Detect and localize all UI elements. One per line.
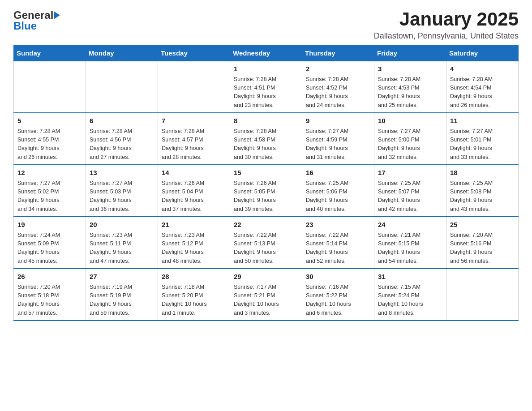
day-info: Sunrise: 7:16 AMSunset: 5:22 PMDaylight:…	[306, 283, 370, 318]
calendar-body: 1Sunrise: 7:28 AMSunset: 4:51 PMDaylight…	[14, 61, 519, 321]
logo-triangle-icon	[54, 11, 60, 19]
day-number: 19	[17, 220, 82, 230]
calendar: SundayMondayTuesdayWednesdayThursdayFrid…	[13, 45, 519, 321]
day-info: Sunrise: 7:26 AMSunset: 5:05 PMDaylight:…	[234, 179, 298, 214]
calendar-cell: 28Sunrise: 7:18 AMSunset: 5:20 PMDayligh…	[158, 269, 230, 321]
day-info: Sunrise: 7:28 AMSunset: 4:58 PMDaylight:…	[234, 127, 298, 162]
day-number: 18	[450, 168, 515, 178]
day-info: Sunrise: 7:24 AMSunset: 5:09 PMDaylight:…	[17, 231, 82, 266]
calendar-cell: 11Sunrise: 7:27 AMSunset: 5:01 PMDayligh…	[446, 113, 519, 165]
day-number: 28	[162, 272, 226, 282]
weekday-header-sunday: Sunday	[14, 46, 86, 61]
calendar-cell: 6Sunrise: 7:28 AMSunset: 4:56 PMDaylight…	[86, 113, 158, 165]
day-number: 13	[90, 168, 154, 178]
day-number: 22	[234, 220, 298, 230]
weekday-header-wednesday: Wednesday	[230, 46, 302, 61]
day-number: 16	[306, 168, 370, 178]
day-info: Sunrise: 7:28 AMSunset: 4:51 PMDaylight:…	[234, 75, 298, 110]
day-info: Sunrise: 7:28 AMSunset: 4:53 PMDaylight:…	[378, 75, 442, 110]
day-number: 10	[378, 116, 442, 126]
day-number: 29	[234, 272, 298, 282]
calendar-cell: 29Sunrise: 7:17 AMSunset: 5:21 PMDayligh…	[230, 269, 302, 321]
day-info: Sunrise: 7:18 AMSunset: 5:20 PMDaylight:…	[162, 283, 226, 318]
page-subtitle: Dallastown, Pennsylvania, United States	[374, 31, 519, 41]
calendar-week-2: 5Sunrise: 7:28 AMSunset: 4:55 PMDaylight…	[14, 113, 519, 165]
day-info: Sunrise: 7:25 AMSunset: 5:07 PMDaylight:…	[378, 179, 442, 214]
day-info: Sunrise: 7:22 AMSunset: 5:13 PMDaylight:…	[234, 231, 298, 266]
logo: General Blue	[13, 9, 60, 32]
calendar-cell: 3Sunrise: 7:28 AMSunset: 4:53 PMDaylight…	[374, 61, 446, 113]
calendar-cell: 1Sunrise: 7:28 AMSunset: 4:51 PMDaylight…	[230, 61, 302, 113]
calendar-cell: 25Sunrise: 7:20 AMSunset: 5:16 PMDayligh…	[446, 217, 519, 269]
calendar-cell	[446, 269, 519, 321]
calendar-cell: 27Sunrise: 7:19 AMSunset: 5:19 PMDayligh…	[86, 269, 158, 321]
title-area: January 2025 Dallastown, Pennsylvania, U…	[374, 9, 519, 41]
calendar-cell: 7Sunrise: 7:28 AMSunset: 4:57 PMDaylight…	[158, 113, 230, 165]
day-info: Sunrise: 7:17 AMSunset: 5:21 PMDaylight:…	[234, 283, 298, 318]
day-info: Sunrise: 7:25 AMSunset: 5:06 PMDaylight:…	[306, 179, 370, 214]
day-number: 26	[17, 272, 82, 282]
calendar-cell: 16Sunrise: 7:25 AMSunset: 5:06 PMDayligh…	[302, 165, 374, 217]
calendar-cell: 15Sunrise: 7:26 AMSunset: 5:05 PMDayligh…	[230, 165, 302, 217]
calendar-cell: 8Sunrise: 7:28 AMSunset: 4:58 PMDaylight…	[230, 113, 302, 165]
calendar-cell: 9Sunrise: 7:27 AMSunset: 4:59 PMDaylight…	[302, 113, 374, 165]
day-number: 20	[90, 220, 154, 230]
day-number: 5	[17, 116, 82, 126]
calendar-cell	[86, 61, 158, 113]
day-info: Sunrise: 7:28 AMSunset: 4:57 PMDaylight:…	[162, 127, 226, 162]
day-info: Sunrise: 7:27 AMSunset: 5:03 PMDaylight:…	[90, 179, 154, 214]
calendar-cell: 19Sunrise: 7:24 AMSunset: 5:09 PMDayligh…	[14, 217, 86, 269]
calendar-cell: 23Sunrise: 7:22 AMSunset: 5:14 PMDayligh…	[302, 217, 374, 269]
day-info: Sunrise: 7:28 AMSunset: 4:55 PMDaylight:…	[17, 127, 82, 162]
day-info: Sunrise: 7:23 AMSunset: 5:11 PMDaylight:…	[90, 231, 154, 266]
day-info: Sunrise: 7:27 AMSunset: 5:01 PMDaylight:…	[450, 127, 515, 162]
day-number: 8	[234, 116, 298, 126]
day-number: 24	[378, 220, 442, 230]
day-number: 12	[17, 168, 82, 178]
day-info: Sunrise: 7:25 AMSunset: 5:08 PMDaylight:…	[450, 179, 515, 214]
day-info: Sunrise: 7:20 AMSunset: 5:16 PMDaylight:…	[450, 231, 515, 266]
day-number: 21	[162, 220, 226, 230]
page-title: January 2025	[374, 9, 519, 30]
calendar-cell: 30Sunrise: 7:16 AMSunset: 5:22 PMDayligh…	[302, 269, 374, 321]
calendar-week-3: 12Sunrise: 7:27 AMSunset: 5:02 PMDayligh…	[14, 165, 519, 217]
logo-blue-text: Blue	[13, 20, 37, 32]
weekday-header-friday: Friday	[374, 46, 446, 61]
day-number: 9	[306, 116, 370, 126]
day-info: Sunrise: 7:15 AMSunset: 5:24 PMDaylight:…	[378, 283, 442, 318]
day-info: Sunrise: 7:28 AMSunset: 4:56 PMDaylight:…	[90, 127, 154, 162]
calendar-cell: 14Sunrise: 7:26 AMSunset: 5:04 PMDayligh…	[158, 165, 230, 217]
calendar-cell: 21Sunrise: 7:23 AMSunset: 5:12 PMDayligh…	[158, 217, 230, 269]
calendar-cell: 31Sunrise: 7:15 AMSunset: 5:24 PMDayligh…	[374, 269, 446, 321]
day-info: Sunrise: 7:23 AMSunset: 5:12 PMDaylight:…	[162, 231, 226, 266]
calendar-week-4: 19Sunrise: 7:24 AMSunset: 5:09 PMDayligh…	[14, 217, 519, 269]
day-number: 27	[90, 272, 154, 282]
calendar-cell: 13Sunrise: 7:27 AMSunset: 5:03 PMDayligh…	[86, 165, 158, 217]
day-number: 25	[450, 220, 515, 230]
day-info: Sunrise: 7:27 AMSunset: 5:00 PMDaylight:…	[378, 127, 442, 162]
calendar-cell: 17Sunrise: 7:25 AMSunset: 5:07 PMDayligh…	[374, 165, 446, 217]
day-info: Sunrise: 7:28 AMSunset: 4:54 PMDaylight:…	[450, 75, 515, 110]
calendar-cell	[14, 61, 86, 113]
day-number: 31	[378, 272, 442, 282]
day-number: 6	[90, 116, 154, 126]
calendar-cell: 10Sunrise: 7:27 AMSunset: 5:00 PMDayligh…	[374, 113, 446, 165]
calendar-cell: 2Sunrise: 7:28 AMSunset: 4:52 PMDaylight…	[302, 61, 374, 113]
calendar-cell: 24Sunrise: 7:21 AMSunset: 5:15 PMDayligh…	[374, 217, 446, 269]
day-number: 14	[162, 168, 226, 178]
day-number: 2	[306, 64, 370, 74]
day-number: 30	[306, 272, 370, 282]
weekday-header-monday: Monday	[86, 46, 158, 61]
day-number: 11	[450, 116, 515, 126]
calendar-cell: 22Sunrise: 7:22 AMSunset: 5:13 PMDayligh…	[230, 217, 302, 269]
weekday-header-row: SundayMondayTuesdayWednesdayThursdayFrid…	[14, 46, 519, 61]
calendar-cell: 18Sunrise: 7:25 AMSunset: 5:08 PMDayligh…	[446, 165, 519, 217]
day-info: Sunrise: 7:26 AMSunset: 5:04 PMDaylight:…	[162, 179, 226, 214]
header: General Blue January 2025 Dallastown, Pe…	[13, 9, 519, 41]
day-info: Sunrise: 7:22 AMSunset: 5:14 PMDaylight:…	[306, 231, 370, 266]
day-number: 1	[234, 64, 298, 74]
calendar-cell: 20Sunrise: 7:23 AMSunset: 5:11 PMDayligh…	[86, 217, 158, 269]
calendar-cell: 4Sunrise: 7:28 AMSunset: 4:54 PMDaylight…	[446, 61, 519, 113]
weekday-header-saturday: Saturday	[446, 46, 519, 61]
weekday-header-thursday: Thursday	[302, 46, 374, 61]
